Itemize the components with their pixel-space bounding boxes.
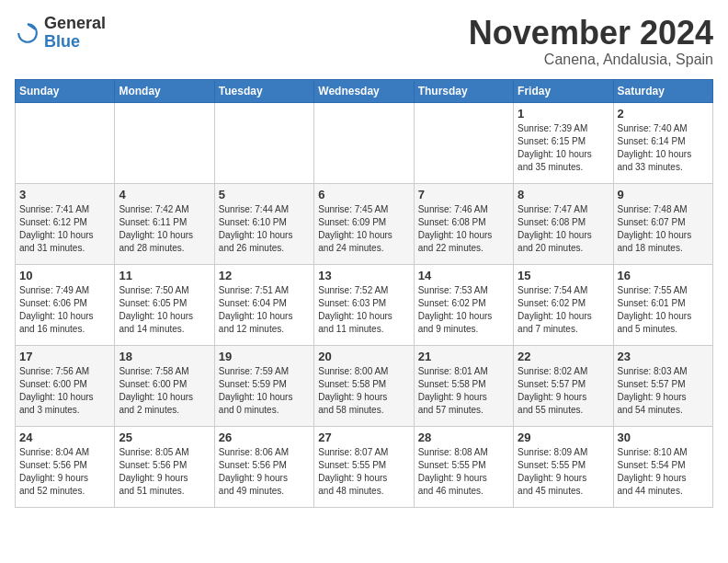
month-title: November 2024	[469, 15, 713, 52]
day-number: 29	[518, 431, 609, 444]
day-cell	[16, 102, 115, 183]
column-header-friday: Friday	[514, 79, 613, 102]
day-cell: 16Sunrise: 7:55 AM Sunset: 6:01 PM Dayli…	[613, 264, 712, 345]
day-cell	[414, 102, 513, 183]
day-info: Sunrise: 7:58 AM Sunset: 6:00 PM Dayligh…	[119, 365, 210, 417]
day-info: Sunrise: 7:44 AM Sunset: 6:10 PM Dayligh…	[219, 203, 310, 255]
day-cell: 25Sunrise: 8:05 AM Sunset: 5:56 PM Dayli…	[115, 426, 214, 507]
day-number: 11	[119, 269, 210, 282]
day-cell: 23Sunrise: 8:03 AM Sunset: 5:57 PM Dayli…	[613, 345, 712, 426]
day-number: 28	[418, 431, 509, 444]
day-info: Sunrise: 7:52 AM Sunset: 6:03 PM Dayligh…	[318, 284, 409, 336]
day-cell: 29Sunrise: 8:09 AM Sunset: 5:55 PM Dayli…	[514, 426, 613, 507]
day-number: 3	[19, 188, 110, 201]
week-row-4: 17Sunrise: 7:56 AM Sunset: 6:00 PM Dayli…	[16, 345, 713, 426]
day-info: Sunrise: 7:49 AM Sunset: 6:06 PM Dayligh…	[19, 284, 110, 336]
day-info: Sunrise: 7:59 AM Sunset: 5:59 PM Dayligh…	[219, 365, 310, 417]
day-cell: 14Sunrise: 7:53 AM Sunset: 6:02 PM Dayli…	[414, 264, 513, 345]
calendar-table: SundayMondayTuesdayWednesdayThursdayFrid…	[15, 79, 713, 508]
day-number: 6	[318, 188, 409, 201]
day-cell: 12Sunrise: 7:51 AM Sunset: 6:04 PM Dayli…	[214, 264, 313, 345]
day-cell: 6Sunrise: 7:45 AM Sunset: 6:09 PM Daylig…	[314, 183, 414, 264]
day-cell: 17Sunrise: 7:56 AM Sunset: 6:00 PM Dayli…	[16, 345, 115, 426]
day-info: Sunrise: 8:03 AM Sunset: 5:57 PM Dayligh…	[618, 365, 709, 417]
day-number: 21	[418, 350, 509, 363]
day-cell: 8Sunrise: 7:47 AM Sunset: 6:08 PM Daylig…	[514, 183, 613, 264]
day-info: Sunrise: 7:41 AM Sunset: 6:12 PM Dayligh…	[19, 203, 110, 255]
week-row-2: 3Sunrise: 7:41 AM Sunset: 6:12 PM Daylig…	[16, 183, 713, 264]
day-number: 9	[618, 188, 709, 201]
day-number: 22	[518, 350, 609, 363]
day-number: 16	[618, 269, 709, 282]
day-cell: 10Sunrise: 7:49 AM Sunset: 6:06 PM Dayli…	[16, 264, 115, 345]
day-cell: 3Sunrise: 7:41 AM Sunset: 6:12 PM Daylig…	[16, 183, 115, 264]
column-header-tuesday: Tuesday	[214, 79, 313, 102]
column-header-monday: Monday	[115, 79, 214, 102]
day-number: 10	[19, 269, 110, 282]
day-number: 1	[518, 107, 609, 121]
day-info: Sunrise: 8:07 AM Sunset: 5:55 PM Dayligh…	[318, 446, 409, 498]
day-info: Sunrise: 7:45 AM Sunset: 6:09 PM Dayligh…	[318, 203, 409, 255]
day-number: 26	[219, 431, 310, 444]
day-number: 7	[418, 188, 509, 201]
day-info: Sunrise: 7:55 AM Sunset: 6:01 PM Dayligh…	[618, 284, 709, 336]
day-info: Sunrise: 7:46 AM Sunset: 6:08 PM Dayligh…	[418, 203, 509, 255]
logo: General Blue	[15, 15, 106, 52]
day-info: Sunrise: 7:40 AM Sunset: 6:14 PM Dayligh…	[618, 122, 709, 174]
day-cell: 7Sunrise: 7:46 AM Sunset: 6:08 PM Daylig…	[414, 183, 513, 264]
day-number: 4	[119, 188, 210, 201]
week-row-3: 10Sunrise: 7:49 AM Sunset: 6:06 PM Dayli…	[16, 264, 713, 345]
day-cell: 5Sunrise: 7:44 AM Sunset: 6:10 PM Daylig…	[214, 183, 313, 264]
day-cell: 26Sunrise: 8:06 AM Sunset: 5:56 PM Dayli…	[214, 426, 313, 507]
day-info: Sunrise: 7:53 AM Sunset: 6:02 PM Dayligh…	[418, 284, 509, 336]
day-cell: 19Sunrise: 7:59 AM Sunset: 5:59 PM Dayli…	[214, 345, 313, 426]
column-header-thursday: Thursday	[414, 79, 513, 102]
day-number: 20	[318, 350, 409, 363]
day-info: Sunrise: 8:08 AM Sunset: 5:55 PM Dayligh…	[418, 446, 509, 498]
day-info: Sunrise: 8:06 AM Sunset: 5:56 PM Dayligh…	[219, 446, 310, 498]
day-number: 12	[219, 269, 310, 282]
day-info: Sunrise: 8:04 AM Sunset: 5:56 PM Dayligh…	[19, 446, 110, 498]
day-info: Sunrise: 7:39 AM Sunset: 6:15 PM Dayligh…	[518, 122, 609, 174]
day-info: Sunrise: 8:00 AM Sunset: 5:58 PM Dayligh…	[318, 365, 409, 417]
day-number: 30	[618, 431, 709, 444]
day-cell: 28Sunrise: 8:08 AM Sunset: 5:55 PM Dayli…	[414, 426, 513, 507]
day-cell: 20Sunrise: 8:00 AM Sunset: 5:58 PM Dayli…	[314, 345, 414, 426]
column-header-saturday: Saturday	[613, 79, 712, 102]
logo-icon	[15, 20, 40, 46]
day-cell: 27Sunrise: 8:07 AM Sunset: 5:55 PM Dayli…	[314, 426, 414, 507]
day-cell: 2Sunrise: 7:40 AM Sunset: 6:14 PM Daylig…	[613, 102, 712, 183]
day-cell	[214, 102, 313, 183]
column-header-sunday: Sunday	[16, 79, 115, 102]
day-number: 2	[618, 107, 709, 121]
day-number: 18	[119, 350, 210, 363]
day-cell: 1Sunrise: 7:39 AM Sunset: 6:15 PM Daylig…	[514, 102, 613, 183]
day-info: Sunrise: 7:48 AM Sunset: 6:07 PM Dayligh…	[618, 203, 709, 255]
day-cell: 22Sunrise: 8:02 AM Sunset: 5:57 PM Dayli…	[514, 345, 613, 426]
day-cell: 21Sunrise: 8:01 AM Sunset: 5:58 PM Dayli…	[414, 345, 513, 426]
day-cell	[115, 102, 214, 183]
day-info: Sunrise: 7:47 AM Sunset: 6:08 PM Dayligh…	[518, 203, 609, 255]
location-title: Canena, Andalusia, Spain	[469, 52, 713, 68]
day-info: Sunrise: 8:10 AM Sunset: 5:54 PM Dayligh…	[618, 446, 709, 498]
day-info: Sunrise: 7:50 AM Sunset: 6:05 PM Dayligh…	[119, 284, 210, 336]
day-number: 27	[318, 431, 409, 444]
page-header: General Blue November 2024 Canena, Andal…	[15, 15, 713, 68]
day-number: 25	[119, 431, 210, 444]
day-cell: 18Sunrise: 7:58 AM Sunset: 6:00 PM Dayli…	[115, 345, 214, 426]
day-number: 5	[219, 188, 310, 201]
header-row: SundayMondayTuesdayWednesdayThursdayFrid…	[16, 79, 713, 102]
day-info: Sunrise: 8:05 AM Sunset: 5:56 PM Dayligh…	[119, 446, 210, 498]
day-number: 15	[518, 269, 609, 282]
week-row-5: 24Sunrise: 8:04 AM Sunset: 5:56 PM Dayli…	[16, 426, 713, 507]
day-number: 17	[19, 350, 110, 363]
day-number: 23	[618, 350, 709, 363]
day-cell: 13Sunrise: 7:52 AM Sunset: 6:03 PM Dayli…	[314, 264, 414, 345]
day-info: Sunrise: 8:01 AM Sunset: 5:58 PM Dayligh…	[418, 365, 509, 417]
day-info: Sunrise: 7:54 AM Sunset: 6:02 PM Dayligh…	[518, 284, 609, 336]
day-number: 14	[418, 269, 509, 282]
day-info: Sunrise: 7:56 AM Sunset: 6:00 PM Dayligh…	[19, 365, 110, 417]
day-info: Sunrise: 8:09 AM Sunset: 5:55 PM Dayligh…	[518, 446, 609, 498]
day-number: 24	[19, 431, 110, 444]
title-block: November 2024 Canena, Andalusia, Spain	[469, 15, 713, 68]
